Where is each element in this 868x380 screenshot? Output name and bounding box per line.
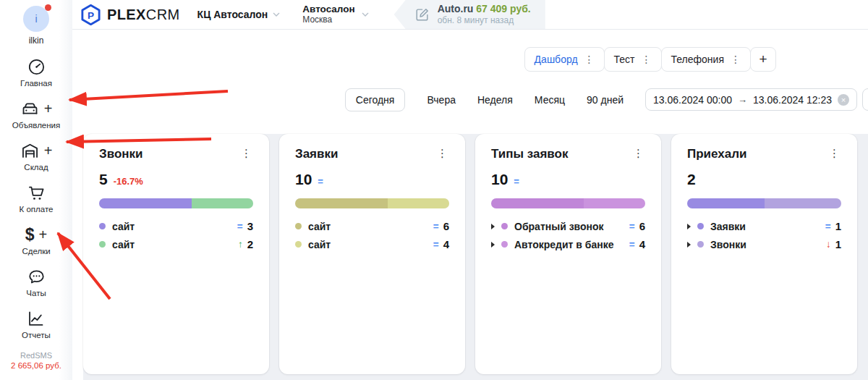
cart-icon xyxy=(27,183,46,203)
expand-caret-icon[interactable] xyxy=(687,242,691,248)
chart-icon xyxy=(26,309,46,329)
date-to: 13.06.2024 12:23 xyxy=(753,94,832,106)
legend-dot xyxy=(99,241,106,248)
tab-telephony[interactable]: Телефония ⋮ xyxy=(661,47,751,72)
sidebar-item-label: К оплате xyxy=(20,205,54,214)
preset-90-days[interactable]: 90 дней xyxy=(587,94,624,106)
branch-selector[interactable]: Автосалон Москва xyxy=(302,4,370,25)
add-listing-button[interactable]: + xyxy=(44,101,53,116)
sidebar-item-label: Сделки xyxy=(22,247,50,256)
card-delta: -16.7% xyxy=(114,176,143,187)
chat-icon xyxy=(27,267,46,287)
chevron-down-icon xyxy=(359,9,371,20)
date-from: 13.06.2024 00:00 xyxy=(653,94,732,106)
add-deal-button[interactable]: + xyxy=(39,227,48,242)
sidebar-item-payments[interactable]: К оплате xyxy=(20,182,54,214)
redsms-amount: 2 665,06 руб. xyxy=(11,361,61,370)
legend-dot xyxy=(501,223,508,229)
sidebar-item-deals[interactable]: $ + Сделки xyxy=(22,224,50,256)
card-menu-icon[interactable]: ⋮ xyxy=(631,147,645,160)
edit-icon xyxy=(414,7,430,22)
tab-menu-icon[interactable]: ⋮ xyxy=(731,54,741,64)
sidebar-item-reports[interactable]: Отчеты xyxy=(22,308,51,339)
date-filters: Сегодня Вчера Неделя Месяц 90 дней 13.06… xyxy=(72,88,857,111)
tab-menu-icon[interactable]: ⋮ xyxy=(642,54,652,64)
date-range-input[interactable]: 13.06.2024 00:00 → 13.06.2024 12:23 × xyxy=(645,88,857,111)
user-avatar[interactable]: i xyxy=(23,6,49,32)
trend-equal-icon: = xyxy=(433,239,439,250)
main-content: Дашборд ⋮ Тест ⋮ Телефония ⋮ + Сегодня В… xyxy=(72,30,868,380)
redsms-balance[interactable]: RedSMS 2 665,06 руб. xyxy=(11,351,61,370)
stat-cards: Звонки ⋮ 5 -16.7% сайт = 3 xyxy=(83,134,868,380)
gauge-icon xyxy=(27,57,46,77)
sidebar-item-label: Склад xyxy=(24,163,48,172)
sidebar-item-label: Главная xyxy=(20,79,52,88)
card-menu-icon[interactable]: ⋮ xyxy=(827,147,841,160)
stat-row[interactable]: сайт = 6 xyxy=(295,217,449,235)
stat-row[interactable]: сайт = 3 xyxy=(99,217,253,235)
stat-row[interactable]: Звонки ↓ 1 xyxy=(697,235,841,253)
user-name: ilkin xyxy=(29,35,44,46)
stat-row[interactable]: Заявки = 1 xyxy=(697,217,841,235)
stat-row[interactable]: Обратный звонок = 6 xyxy=(501,217,645,235)
legend-dot xyxy=(697,241,704,248)
sidebar-item-home[interactable]: Главная xyxy=(20,56,52,88)
trend-equal-icon: = xyxy=(629,221,635,232)
legend-dot xyxy=(295,241,302,248)
bar-segment xyxy=(491,198,584,208)
card-delta: = xyxy=(514,176,519,187)
card-value: 5 xyxy=(99,171,108,188)
clear-date-icon[interactable]: × xyxy=(838,94,849,106)
add-tab-button[interactable]: + xyxy=(750,47,776,72)
bar-segment xyxy=(192,198,253,208)
add-stock-button[interactable]: + xyxy=(44,143,53,158)
sidebar-item-label: Чаты xyxy=(26,289,46,297)
sidebar-item-label: Отчеты xyxy=(22,331,51,339)
brand-logo[interactable]: P PLEXCRM xyxy=(80,4,180,26)
bar-segment xyxy=(388,198,449,208)
preset-yesterday[interactable]: Вчера xyxy=(427,94,456,106)
preset-today[interactable]: Сегодня xyxy=(345,88,406,111)
stacked-bar xyxy=(295,198,449,208)
stat-row[interactable]: сайт = 4 xyxy=(295,235,449,253)
legend-dot xyxy=(697,223,704,229)
expand-caret-icon[interactable] xyxy=(687,224,691,229)
legend-dot xyxy=(501,241,508,248)
expand-caret-icon[interactable] xyxy=(491,224,495,229)
svg-text:P: P xyxy=(88,9,94,20)
bar-segment xyxy=(295,198,388,208)
card-menu-icon[interactable]: ⋮ xyxy=(239,147,253,160)
dashboard-tabs: Дашборд ⋮ Тест ⋮ Телефония ⋮ + xyxy=(525,47,776,72)
car-icon xyxy=(20,99,40,119)
card-value: 10 xyxy=(295,171,312,188)
card-title: Приехали xyxy=(687,147,746,161)
tab-test[interactable]: Тест ⋮ xyxy=(604,47,662,72)
stat-row[interactable]: сайт ↑ 2 xyxy=(99,235,253,253)
trend-equal-icon: = xyxy=(629,239,635,250)
bar-segment xyxy=(765,198,842,208)
card-delta: = xyxy=(318,176,323,187)
trend-down-icon: ↓ xyxy=(826,239,831,250)
legend-dot xyxy=(99,223,106,229)
tab-menu-icon[interactable]: ⋮ xyxy=(584,54,595,64)
autoru-balance-value: 67 409 руб. xyxy=(476,3,530,14)
branch-title: Автосалон xyxy=(302,4,354,15)
sidebar-item-chats[interactable]: Чаты xyxy=(26,266,46,297)
notification-dot xyxy=(45,4,51,11)
org-selector[interactable]: КЦ Автосалон xyxy=(197,9,283,20)
stat-row[interactable]: Автокредит в банке = 4 xyxy=(501,235,645,253)
autoru-balance-panel[interactable]: Auto.ru 67 409 руб. обн. 8 минут назад xyxy=(394,0,545,29)
preset-week[interactable]: Неделя xyxy=(477,94,513,106)
card-leads: Заявки ⋮ 10 = сайт = 6 xyxy=(279,134,465,374)
chevron-down-icon xyxy=(271,9,282,20)
sidebar-item-stock[interactable]: + Склад xyxy=(20,140,53,172)
header: P PLEXCRM КЦ Автосалон Автосалон Москва xyxy=(72,0,868,30)
sidebar-item-listings[interactable]: + Объявления xyxy=(12,98,61,130)
tab-dashboard[interactable]: Дашборд ⋮ xyxy=(524,47,605,72)
card-menu-icon[interactable]: ⋮ xyxy=(435,147,449,160)
garage-icon xyxy=(20,141,40,161)
legend-dot xyxy=(295,223,302,229)
preset-month[interactable]: Месяц xyxy=(535,94,565,106)
expand-caret-icon[interactable] xyxy=(491,242,495,248)
sidebar-item-label: Объявления xyxy=(12,121,61,130)
